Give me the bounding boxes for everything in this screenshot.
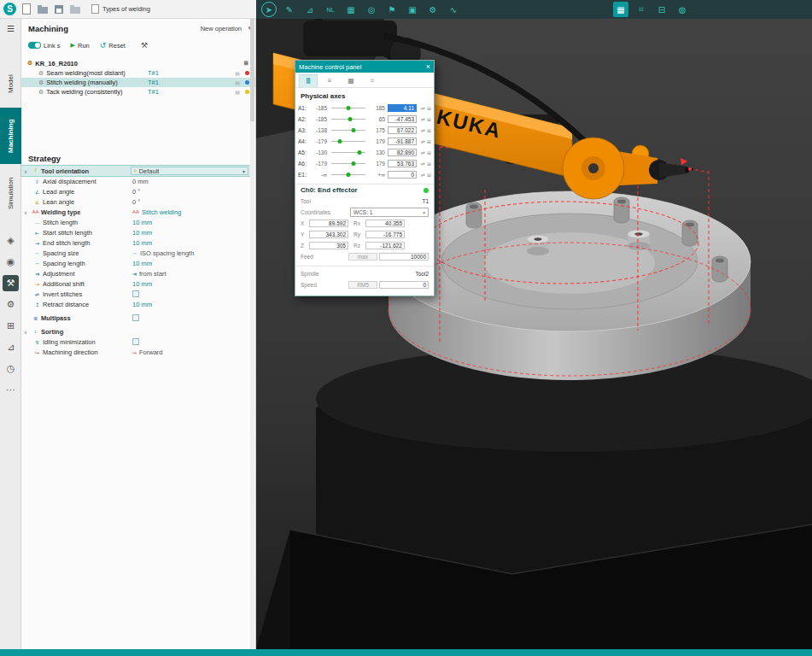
grid-tab-icon[interactable]: ▦ [342,74,360,87]
levels-tab-icon[interactable]: ≡ [320,74,339,87]
operation-row-seam-welding-most-distant[interactable]: ⚙Seam welding(most distant)T#1▤ [21,68,255,78]
workpiece-fixture[interactable] [388,191,751,380]
op-status-icon[interactable]: ▤ [235,89,240,95]
strategy-param-spacing-size[interactable]: ↔Spacing size↔ISO spacing length [21,248,250,258]
strategy-param-stitch-length[interactable]: ⋯Stitch length10 mm [21,217,250,227]
mcp-titlebar[interactable]: Machine control panel × [295,61,434,73]
new-document-icon[interactable] [22,3,31,15]
axis-value-field[interactable]: -91.887 [388,138,417,145]
link-toggle[interactable]: Link s [28,42,61,50]
axis-value-field[interactable]: 0 [388,171,417,179]
coord-value-field[interactable]: 89.592 [309,220,348,227]
strategy-param-machining-direction[interactable]: ↪Machining direction↪Forward [21,347,250,357]
wave-icon[interactable]: ∿ [446,2,461,17]
strategy-group-sorting[interactable]: ∨↕Sorting [21,326,250,337]
strategy-group-welding-type[interactable]: ∨AAWelding typeAAStitch welding [21,207,250,217]
app-logo-icon[interactable]: S [3,3,16,15]
coord-rot-value-field[interactable]: -16.775 [365,231,405,238]
strategy-param-axial-displacement[interactable]: ⇳Axial displacement0 mm [21,176,250,186]
nl-icon[interactable]: NL [323,2,338,17]
users-icon[interactable]: ◉ [3,254,19,270]
axis-jog-icon[interactable]: ⊞ [427,105,431,111]
axis-slider[interactable] [331,161,365,166]
axis-sync-icon[interactable]: ⇄ [421,149,425,155]
axis-value-field[interactable]: 53.763 [388,160,417,167]
grid-icon[interactable]: ▦ [613,2,628,17]
chart-icon[interactable]: ▦ [343,2,359,17]
workpiece-icon[interactable]: ▣ [405,2,420,17]
keyboard-tab-icon[interactable]: ⌗ [363,74,382,87]
op-status-icon[interactable]: ▤ [235,70,240,76]
folder-icon[interactable] [70,7,80,14]
axis-value-field[interactable]: -47.453 [388,115,417,123]
axis-sync-icon[interactable]: ⇄ [421,172,425,178]
default-combo[interactable]: ⤒Default▾ [131,167,248,175]
axis-slider[interactable] [331,139,365,144]
axis-sync-icon[interactable]: ⇄ [421,116,425,122]
slider-handle[interactable] [347,106,351,110]
slider-handle[interactable] [352,128,356,132]
feed-value-field[interactable]: 10000 [379,253,429,261]
device-icon[interactable]: ⊞ [3,318,19,334]
axis-sync-icon[interactable]: ⇄ [421,127,425,133]
axis-value-field[interactable]: 4.11 [388,104,417,112]
sidebar-tab-model[interactable]: Model [0,62,21,106]
coord-rot-value-field[interactable]: -121.622 [365,242,405,249]
checkbox[interactable] [132,338,139,345]
coord-value-field[interactable]: 305 [309,242,348,249]
chevron-down-icon[interactable]: ∨ [21,329,30,335]
axis-jog-icon[interactable]: ⊞ [427,149,431,155]
axis-sync-icon[interactable]: ⇄ [421,161,425,167]
clock-icon[interactable]: ◷ [3,360,19,377]
document-tab[interactable]: Types of welding [86,4,150,14]
speed-value-field[interactable]: 0 [379,281,429,289]
wrench-icon[interactable]: ⚒ [3,275,19,291]
caliper-icon[interactable]: ⊿ [3,339,19,355]
chevron-down-icon[interactable]: ∨ [21,168,30,174]
reset-button[interactable]: ↺ Reset [100,41,126,50]
checkbox[interactable] [132,290,139,297]
strategy-param-lead-angle[interactable]: ∠Lead angle0 ° [21,186,250,196]
strategy-param-spacing-length[interactable]: ↔Spacing length10 mm [21,258,250,268]
machine-icon[interactable]: ⚙ [425,2,441,17]
robot-cell-icon[interactable]: ◈ [3,232,19,249]
strategy-group-tool-orientation[interactable]: ∨⤒Tool orientation⤒Default▾ [21,166,250,176]
wcs-select[interactable]: WCS: 1 ▾ [350,208,429,217]
axis-value-field[interactable]: 82.890 [388,149,417,156]
machine-control-panel[interactable]: Machine control panel × Ⅲ≡▦⌗ Physical ax… [295,60,435,296]
strategy-param-end-stitch-length[interactable]: ⇥End stitch length10 mm [21,237,250,248]
wrench-icon[interactable]: ⚒ [141,41,148,50]
gear2-icon[interactable]: ⚙ [3,296,19,313]
strategy-param-idling-minimization[interactable]: ↯Idling minimization [21,337,250,347]
hamburger-menu-icon[interactable]: ☰ [0,24,21,33]
sliders-tab-icon[interactable]: Ⅲ [299,74,318,87]
coord-rot-value-field[interactable]: 40.355 [365,220,405,227]
new-operation-button[interactable]: New operation [201,25,242,32]
strategy-param-additional-shift[interactable]: ↝Additional shift10 mm [21,278,250,289]
brush-icon[interactable]: ✎ [282,2,297,17]
coord-value-field[interactable]: 343.302 [309,231,348,238]
printer-icon[interactable]: ⊟ [654,2,669,17]
run-button[interactable]: ▶ Run [71,42,90,50]
axis-slider[interactable] [331,106,365,110]
axis-jog-icon[interactable]: ⊞ [427,127,431,133]
strategy-param-retract-distance[interactable]: ↥Retract distance10 mm [21,299,250,309]
tree-root-row[interactable]: ⚙ KR_16_R2010 ≣ [21,58,255,68]
checkbox[interactable] [132,314,139,321]
chevron-down-icon[interactable]: ∨ [21,209,30,215]
strategy-param-invert-stitches[interactable]: ⇄Invert stitches [21,289,250,299]
axis-slider[interactable] [331,150,365,155]
feed-mode-box[interactable]: max [348,253,377,261]
flag-icon[interactable]: ⚑ [384,2,400,17]
more-icon[interactable]: ⋯ [3,382,19,398]
axis-jog-icon[interactable]: ⊞ [427,172,431,178]
panel-scrollbar[interactable] [250,19,254,649]
screen-icon[interactable]: ⌗ [634,2,649,17]
open-folder-icon[interactable] [38,7,48,14]
stack-icon[interactable]: ≣ [243,60,248,67]
strategy-param-start-stitch-length[interactable]: ⇤Start stitch length10 mm [21,227,250,237]
slider-handle[interactable] [337,139,342,144]
slider-handle[interactable] [347,173,351,177]
axis-jog-icon[interactable]: ⊞ [427,138,431,144]
speed-mode-box[interactable]: RM5 [348,281,377,289]
